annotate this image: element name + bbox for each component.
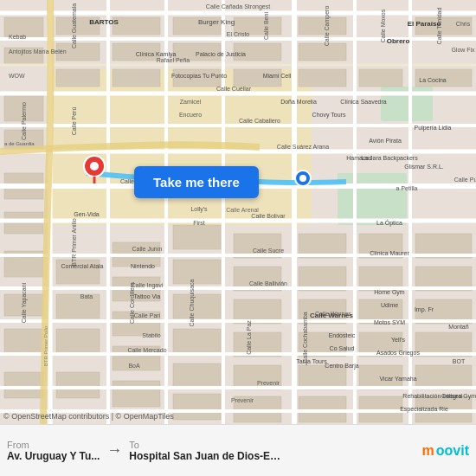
svg-text:Obrero: Obrero	[387, 37, 410, 45]
svg-rect-19	[56, 329, 100, 353]
svg-rect-69	[299, 69, 346, 87]
svg-text:Calle Pari: Calle Pari	[134, 312, 161, 318]
svg-rect-18	[56, 294, 100, 318]
svg-text:Stabilo: Stabilo	[142, 332, 161, 338]
svg-rect-32	[173, 294, 221, 318]
svg-text:Calle Perú: Calle Perú	[71, 107, 77, 136]
svg-text:Calle Cañada Strongest: Calle Cañada Strongest	[206, 3, 270, 10]
take-me-there-button[interactable]: Take me there	[134, 166, 259, 198]
svg-text:Calle Campero: Calle Campero	[324, 6, 331, 47]
svg-text:Calle Pue: Calle Pue	[454, 177, 476, 183]
svg-text:Home Gym: Home Gym	[374, 289, 405, 296]
from-stop-name: Av. Uruguay Y Tu...	[7, 450, 100, 462]
bottom-navigation-bar: From Av. Uruguay Y Tu... → To Hospital S…	[0, 424, 476, 476]
svg-text:Tattoo Via: Tattoo Via	[133, 293, 160, 299]
svg-text:WOW: WOW	[9, 73, 25, 79]
svg-text:El Cristo: El Cristo	[227, 31, 250, 37]
svg-text:Prevenir: Prevenir	[231, 397, 254, 403]
svg-text:Lolly's: Lolly's	[190, 206, 208, 213]
svg-rect-35	[173, 394, 221, 420]
svg-text:Burger King: Burger King	[198, 18, 235, 26]
svg-text:Glow Fix: Glow Fix	[451, 47, 475, 53]
svg-text:Calle Guatemala: Calle Guatemala	[71, 3, 77, 48]
to-label: To	[129, 440, 285, 450]
map-copyright: © OpenStreetMap contributors | © OpenMap…	[3, 412, 174, 421]
svg-rect-14	[4, 372, 43, 398]
svg-rect-34	[173, 363, 221, 388]
svg-rect-27	[113, 381, 160, 407]
svg-text:Prevenir: Prevenir	[257, 380, 280, 386]
svg-text:Calle Ingavi: Calle Ingavi	[132, 282, 164, 289]
svg-text:Calle Palermo: Calle Palermo	[21, 102, 27, 140]
moovit-logo: moovit	[422, 443, 469, 459]
svg-text:Asados Griegos: Asados Griegos	[376, 350, 420, 357]
svg-text:Calle Ballivián: Calle Ballivián	[249, 280, 287, 286]
svg-text:Glismar S.R.L.: Glismar S.R.L.	[404, 164, 444, 170]
svg-text:Calle Yapacani: Calle Yapacani	[21, 282, 28, 323]
svg-text:Calle Arenal: Calle Arenal	[226, 207, 259, 213]
svg-text:BOT: BOT	[453, 358, 466, 364]
svg-text:Tarija Tours: Tarija Tours	[296, 358, 327, 365]
svg-text:Calle Cordillera: Calle Cordillera	[129, 282, 135, 324]
from-label: From	[7, 440, 100, 450]
svg-text:Pulpería Lidia: Pulpería Lidia	[415, 125, 452, 132]
svg-text:Especializada Rie: Especializada Rie	[400, 406, 448, 413]
svg-rect-30	[173, 225, 221, 249]
svg-text:Calle Sucre: Calle Sucre	[253, 248, 284, 254]
to-stop-name: Hospital San Juan de Dios-Em...	[129, 450, 285, 462]
svg-text:Calle Bolivar: Calle Bolivar	[251, 213, 286, 219]
svg-text:Calle Beni: Calle Beni	[263, 12, 269, 40]
svg-point-183	[299, 175, 306, 182]
svg-text:Coliseo Gym: Coliseo Gym	[441, 393, 476, 400]
svg-text:BARTOS: BARTOS	[89, 18, 119, 26]
svg-text:Centro Barja: Centro Barja	[325, 363, 358, 370]
svg-rect-50	[299, 365, 346, 389]
svg-text:Chovy Tours: Chovy Tours	[312, 112, 346, 119]
svg-text:Kebab: Kebab	[9, 34, 26, 40]
svg-point-181	[90, 162, 99, 170]
svg-rect-66	[113, 69, 160, 87]
destination-pin	[294, 170, 312, 190]
svg-text:El Paraíso: El Paraíso	[408, 20, 441, 28]
moovit-rest: oovit	[436, 443, 469, 459]
svg-text:BoA: BoA	[128, 363, 140, 369]
svg-text:Clínica Kamiya: Clínica Kamiya	[136, 51, 177, 58]
svg-text:BTR Primer Anillo: BTR Primer Anillo	[71, 218, 77, 266]
svg-text:Miami Cell: Miami Cell	[263, 73, 292, 79]
svg-text:Calle Junín: Calle Junín	[132, 246, 162, 252]
map-view: Calle Cañada Strongest El Cristo Rafael …	[0, 0, 476, 424]
svg-text:Endosteic: Endosteic	[329, 332, 356, 338]
svg-text:Clínica Saavedra: Clínica Saavedra	[340, 99, 386, 105]
route-arrow-icon: →	[106, 441, 122, 460]
svg-rect-65	[56, 69, 100, 87]
svg-text:Calle Chuquisaca: Calle Chuquisaca	[189, 279, 196, 326]
svg-text:Avión Pirata: Avión Pirata	[369, 138, 402, 144]
svg-text:Zamicel: Zamicel	[180, 99, 202, 105]
svg-text:Rafael Peña: Rafael Peña	[157, 57, 190, 63]
svg-text:Chris: Chris	[456, 21, 471, 27]
svg-text:Calle Suárez Arana: Calle Suárez Arana	[277, 144, 329, 150]
svg-text:Calle Cochabamba: Calle Cochabamba	[302, 312, 308, 363]
svg-text:First: First	[193, 220, 205, 226]
svg-text:Udime: Udime	[381, 302, 398, 308]
moovit-m: m	[422, 443, 434, 459]
svg-text:Encuero: Encuero	[179, 112, 202, 118]
svg-text:Co Salud: Co Salud	[330, 345, 355, 351]
svg-text:Palacio de Justicia: Palacio de Justicia	[196, 51, 246, 57]
svg-rect-31	[173, 260, 221, 284]
svg-text:La Óptica: La Óptica	[376, 219, 402, 227]
svg-text:Bata: Bata	[80, 293, 93, 299]
svg-text:a Petilla: a Petilla	[396, 185, 418, 191]
svg-rect-44	[299, 17, 346, 35]
svg-text:Calle La Paz: Calle La Paz	[246, 320, 252, 355]
svg-rect-63	[415, 365, 472, 389]
svg-text:La Cocina: La Cocina	[419, 77, 447, 83]
svg-text:Montañ: Montañ	[448, 324, 468, 330]
origin-pin	[82, 154, 106, 187]
svg-text:Calle Moxos: Calle Moxos	[380, 9, 386, 42]
svg-text:Doña Morelia: Doña Morelia	[280, 99, 317, 105]
svg-rect-21	[113, 17, 160, 35]
svg-text:a de Guardia: a de Guardia	[4, 141, 35, 146]
svg-text:Comercial Atala: Comercial Atala	[61, 263, 103, 269]
svg-text:Calle Mercado: Calle Mercado	[127, 347, 166, 353]
